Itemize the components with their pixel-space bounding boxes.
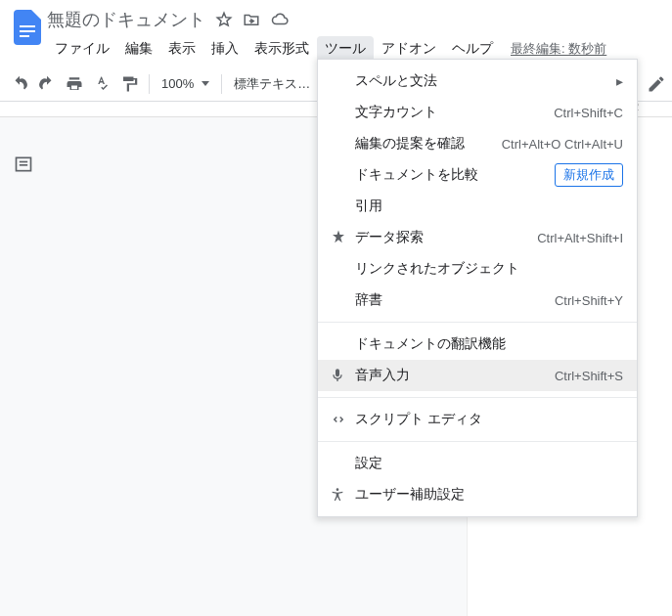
- submenu-arrow-icon: ▸: [616, 73, 623, 89]
- new-badge[interactable]: 新規作成: [555, 163, 623, 187]
- menu-separator: [318, 397, 637, 398]
- menu-item-label: スクリプト エディタ: [355, 411, 623, 428]
- move-icon[interactable]: [243, 11, 260, 28]
- menu-item-2[interactable]: 表示: [160, 36, 203, 62]
- menu-item[interactable]: 辞書Ctrl+Shift+Y: [318, 285, 637, 316]
- cloud-status-icon[interactable]: [270, 11, 290, 28]
- undo-button[interactable]: [6, 70, 33, 98]
- menu-item[interactable]: ユーザー補助設定: [318, 479, 637, 510]
- paint-format-button[interactable]: [115, 70, 143, 98]
- mic-icon: [330, 367, 355, 384]
- menu-item[interactable]: 設定: [318, 448, 637, 479]
- menu-item-label: 引用: [355, 198, 623, 215]
- svg-point-6: [336, 488, 339, 491]
- menu-item-label: 辞書: [355, 291, 555, 309]
- menu-shortcut: Ctrl+Shift+S: [555, 369, 623, 383]
- menu-item[interactable]: スペルと文法▸: [318, 66, 637, 97]
- menu-item-label: 音声入力: [355, 367, 555, 384]
- svg-rect-2: [20, 35, 29, 37]
- toolbar-separator: [221, 74, 222, 94]
- menu-item[interactable]: ドキュメントの翻訳機能: [318, 329, 637, 360]
- menu-item-label: ドキュメントの翻訳機能: [355, 335, 623, 353]
- menu-shortcut: Ctrl+Alt+O Ctrl+Alt+U: [502, 137, 623, 152]
- zoom-picker[interactable]: 100%: [156, 76, 215, 91]
- menu-shortcut: Ctrl+Shift+Y: [555, 293, 623, 308]
- svg-rect-0: [20, 25, 35, 27]
- code-icon: [330, 411, 355, 428]
- menu-item-label: ドキュメントを比較: [355, 166, 555, 184]
- menu-item-0[interactable]: ファイル: [47, 36, 117, 62]
- accessibility-icon: [330, 486, 355, 504]
- menu-item[interactable]: 引用: [318, 191, 637, 222]
- menu-item-label: 編集の提案を確認: [355, 135, 502, 153]
- star-icon[interactable]: [215, 11, 233, 28]
- menu-separator: [318, 322, 637, 323]
- tools-menu-dropdown: スペルと文法▸文字カウントCtrl+Shift+C編集の提案を確認Ctrl+Al…: [317, 59, 638, 517]
- last-edit-link[interactable]: 最終編集: 数秒前: [511, 40, 606, 58]
- menu-item-label: データ探索: [355, 229, 537, 246]
- print-button[interactable]: [61, 70, 88, 98]
- menu-item-label: スペルと文法: [355, 72, 616, 90]
- menu-item-1[interactable]: 編集: [117, 36, 160, 62]
- menu-item-label: ユーザー補助設定: [355, 486, 623, 504]
- menu-item[interactable]: リンクされたオブジェクト: [318, 253, 637, 285]
- menu-item[interactable]: 編集の提案を確認Ctrl+Alt+O Ctrl+Alt+U: [318, 128, 637, 159]
- style-picker[interactable]: 標準テキス…: [228, 75, 316, 93]
- menu-item[interactable]: スクリプト エディタ: [318, 404, 637, 435]
- menu-item[interactable]: データ探索Ctrl+Alt+Shift+I: [318, 222, 637, 253]
- edit-mode-button[interactable]: [647, 74, 666, 94]
- outline-toggle-button[interactable]: [12, 153, 35, 176]
- menu-item-label: 設定: [355, 455, 623, 472]
- menu-shortcut: Ctrl+Shift+C: [554, 106, 623, 120]
- document-title[interactable]: 無題のドキュメント: [47, 8, 205, 31]
- spellcheck-button[interactable]: [88, 70, 115, 98]
- menu-item[interactable]: ドキュメントを比較新規作成: [318, 159, 637, 191]
- menu-item-label: 文字カウント: [355, 104, 554, 121]
- docs-logo[interactable]: [8, 8, 47, 47]
- menu-shortcut: Ctrl+Alt+Shift+I: [537, 231, 623, 245]
- svg-rect-1: [20, 30, 35, 32]
- menu-item-label: リンクされたオブジェクト: [355, 260, 623, 278]
- menu-item[interactable]: 文字カウントCtrl+Shift+C: [318, 97, 637, 128]
- redo-button[interactable]: [33, 70, 61, 98]
- menu-item-3[interactable]: 挿入: [203, 36, 246, 62]
- menu-separator: [318, 441, 637, 442]
- menu-item-4[interactable]: 表示形式: [246, 36, 317, 62]
- toolbar-separator: [149, 74, 150, 94]
- explore-icon: [330, 229, 355, 246]
- zoom-value: 100%: [161, 76, 194, 91]
- menu-item[interactable]: 音声入力Ctrl+Shift+S: [318, 360, 637, 391]
